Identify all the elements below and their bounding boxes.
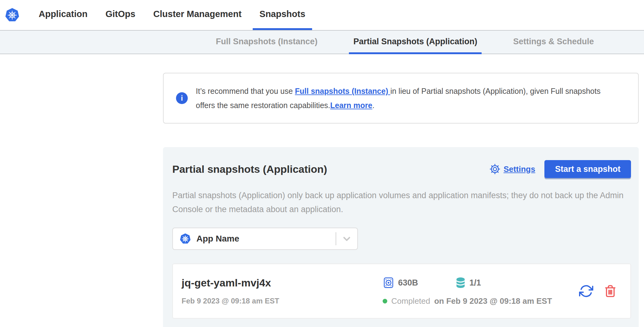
status-dot-icon <box>383 299 387 303</box>
snapshot-name: jq-get-yaml-mvj4x <box>182 277 383 289</box>
info-text-before: It’s recommend that you use <box>196 87 295 95</box>
app-name-selector[interactable]: App Name <box>172 228 358 250</box>
snapshot-size-value: 630B <box>398 278 418 288</box>
info-icon: i <box>176 92 188 104</box>
kubernetes-logo <box>5 0 19 30</box>
disk-size-icon <box>383 277 394 289</box>
snapshot-actions <box>579 284 617 298</box>
full-snapshots-link[interactable]: Full snapshots (Instance) <box>295 87 390 95</box>
info-banner-text: It’s recommend that you use Full snapsho… <box>196 84 620 112</box>
panel-description: Partial snapshots (Application) only bac… <box>172 189 624 216</box>
app-name-value: App Name <box>196 234 239 244</box>
snapshot-metrics: 630B 1/1 <box>383 277 552 289</box>
snapshot-status: Completed on Feb 9 2023 @ 09:18 am EST <box>383 296 552 306</box>
info-text-after: . <box>372 101 375 110</box>
trash-icon <box>604 285 617 298</box>
nav-item-snapshots[interactable]: Snapshots <box>253 0 312 30</box>
chevron-down-icon <box>336 234 357 243</box>
nav-item-cluster-management[interactable]: Cluster Management <box>147 0 248 30</box>
learn-more-link[interactable]: Learn more <box>330 101 372 110</box>
settings-link-label: Settings <box>504 164 535 174</box>
top-nav-bar: Application GitOps Cluster Management Sn… <box>0 0 644 30</box>
delete-snapshot-button[interactable] <box>604 285 617 298</box>
panel-actions: Settings Start a snapshot <box>489 160 631 178</box>
snapshot-row: jq-get-yaml-mvj4x Feb 9 2023 @ 09:18 am … <box>172 264 631 319</box>
volumes-database-icon <box>455 277 466 289</box>
nav-item-gitops[interactable]: GitOps <box>99 0 142 30</box>
start-snapshot-button[interactable]: Start a snapshot <box>544 160 631 178</box>
restore-icon <box>579 284 593 298</box>
tab-partial-snapshots[interactable]: Partial Snapshots (Application) <box>349 31 482 54</box>
nav-item-application[interactable]: Application <box>32 0 94 30</box>
subnav-tabs: Full Snapshots (Instance) Partial Snapsh… <box>212 31 598 54</box>
status-label: Completed <box>391 296 430 306</box>
gear-icon <box>489 164 500 175</box>
status-finished-at: on Feb 9 2023 @ 09:18 am EST <box>434 296 552 306</box>
snapshot-started-at: Feb 9 2023 @ 09:18 am EST <box>182 296 383 306</box>
snapshot-details: 630B 1/1 Completed on Feb 9 2023 @ 09:18… <box>383 277 552 306</box>
snapshot-volumes-value: 1/1 <box>470 278 481 288</box>
panel-header: Partial snapshots (Application) <box>172 160 631 178</box>
partial-snapshots-panel: Partial snapshots (Application) <box>163 147 639 327</box>
page-title: Partial snapshots (Application) <box>172 163 327 175</box>
snapshot-identity: jq-get-yaml-mvj4x Feb 9 2023 @ 09:18 am … <box>182 277 383 306</box>
snapshot-settings-link[interactable]: Settings <box>489 164 535 175</box>
restore-snapshot-button[interactable] <box>579 284 593 298</box>
snapshot-size-metric: 630B <box>383 277 418 289</box>
tab-full-snapshots[interactable]: Full Snapshots (Instance) <box>212 31 322 54</box>
snapshots-subnav: Full Snapshots (Instance) Partial Snapsh… <box>0 30 644 54</box>
info-banner: i It’s recommend that you use Full snaps… <box>163 73 639 124</box>
main-nav: Application GitOps Cluster Management Sn… <box>32 0 312 30</box>
kubernetes-logo-icon <box>5 8 19 22</box>
snapshot-volumes-metric: 1/1 <box>455 277 481 289</box>
app-kubernetes-icon <box>180 233 191 244</box>
tab-settings-schedule[interactable]: Settings & Schedule <box>509 31 598 54</box>
